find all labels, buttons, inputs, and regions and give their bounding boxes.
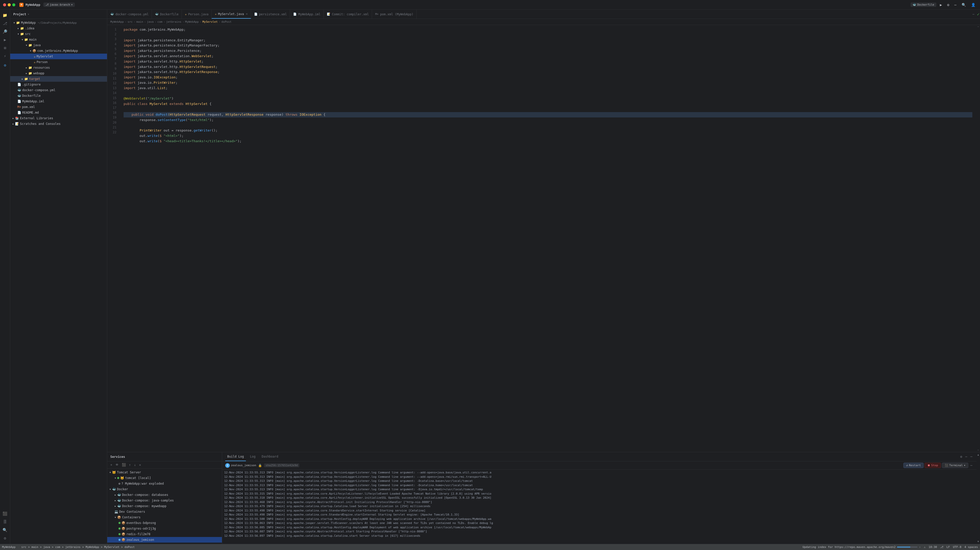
terminal-button[interactable]: ⬛ Terminal ▾ (942, 463, 969, 468)
svc-postgres[interactable]: 📦 postgres-odr2j3g (107, 526, 222, 531)
tree-item-idea[interactable]: ▸ 📁 .idea (10, 25, 107, 31)
sidebar-item-structure[interactable]: ⊞ (2, 45, 9, 52)
log-more-actions-icon[interactable]: ⋯ (969, 463, 974, 468)
svc-dev-containers[interactable]: 💻 Dev Containers (107, 509, 222, 515)
status-git[interactable]: ⎇ (940, 545, 943, 549)
maximize-button[interactable] (12, 3, 15, 6)
sidebar-item-terminal[interactable]: ⬛ (2, 510, 9, 517)
svc-eye-button[interactable]: 👁 (115, 463, 120, 467)
status-line-ending[interactable]: LF (947, 545, 950, 549)
svc-compose-mywebapp[interactable]: ▸ 🐳 Docker-compose: mywebapp (107, 503, 222, 509)
tree-item-myservlet[interactable]: ☕ MyServlet (10, 54, 107, 59)
svc-redis[interactable]: 📦 redis-fil2m78 (107, 531, 222, 537)
status-breadcrumb[interactable]: src > main > java > com > jetbrains > My… (21, 545, 135, 549)
svc-up-button[interactable]: ↑ (128, 463, 132, 467)
minimize-button[interactable] (8, 3, 11, 6)
tab-mywebapp-iml[interactable]: 📄 MyWebApp.iml (290, 10, 324, 19)
tab-more-button[interactable]: ⋯ (970, 10, 977, 19)
more-button[interactable]: ⋯ (953, 2, 958, 7)
tree-item-package[interactable]: ▾ 📦 com.jetbrains.MyWebApp (10, 48, 107, 54)
bc-myservlet[interactable]: MyServlet (202, 20, 218, 24)
gutter-down-icon[interactable]: ▼ (977, 540, 979, 543)
log-tab-log[interactable]: Log (248, 452, 258, 461)
svc-compose-java[interactable]: ▸ 🐳 Docker-compose: java-samples (107, 498, 222, 503)
tab-person[interactable]: ☕ Person.java (182, 10, 212, 19)
progress-cancel-icon[interactable]: ✕ (919, 545, 921, 549)
tab-persistence[interactable]: 📄 persistence.xml (251, 10, 290, 19)
search-button[interactable]: 🔍 (960, 2, 967, 7)
bc-dopost[interactable]: doPost (221, 20, 232, 24)
tree-item-readme[interactable]: 📄 README.md (10, 110, 107, 115)
sidebar-item-database[interactable]: 🗄 (2, 518, 9, 526)
bc-main[interactable]: main (136, 20, 143, 24)
close-button[interactable] (3, 3, 6, 6)
bc-src[interactable]: src (128, 20, 133, 24)
run-config-selector[interactable]: 🐳 Dockerfile (910, 3, 936, 7)
tab-myservlet[interactable]: ☕ MyServlet.java ✕ (212, 10, 251, 19)
sidebar-item-search-bottom[interactable]: 🔍 (2, 526, 9, 534)
sidebar-item-settings[interactable]: ⚙ (2, 535, 9, 542)
status-encoding[interactable]: UTF-8 (953, 545, 961, 549)
project-panel-chevron[interactable]: ▾ (28, 13, 29, 16)
log-more-icon[interactable]: ⋯ (964, 454, 968, 459)
sidebar-item-active[interactable]: ⊙ (2, 62, 9, 69)
tree-item-src[interactable]: ▾ 📁 src (10, 31, 107, 37)
code-editor[interactable]: package com.jetbrains.MyWebApp; import j… (119, 25, 977, 452)
stop-button[interactable]: ⏹ Stop (924, 463, 941, 468)
svc-docker[interactable]: ▾ 🐳 Docker (107, 486, 222, 492)
svc-add-button[interactable]: + (109, 463, 113, 467)
tree-item-pom[interactable]: M+ pom.xml (10, 104, 107, 110)
tree-item-gitignore[interactable]: 📄 .gitignore (10, 82, 107, 87)
tree-item-scratches[interactable]: ▸ 📝 Scratches and Consoles (10, 121, 107, 127)
svc-containers-group[interactable]: ▾ 📦 Containers (107, 515, 222, 520)
sidebar-item-run[interactable]: ▶ (2, 36, 9, 43)
tree-item-main[interactable]: ▾ 📁 main (10, 37, 107, 42)
bc-mywebapp2[interactable]: MyWebApp (185, 20, 199, 24)
log-minimize-icon[interactable]: ─ (969, 454, 974, 459)
tree-item-docker-compose[interactable]: 🐳 docker-compose.yml (10, 87, 107, 93)
svc-close-button[interactable]: ✕ (138, 463, 142, 467)
branch-selector[interactable]: ⎇ javax-branch ▾ (43, 3, 75, 7)
tab-dockerfile[interactable]: 🐳 Dockerfile (152, 10, 182, 19)
tree-item-resources[interactable]: ▸ 📁 resources (10, 65, 107, 70)
tree-item-external-libs[interactable]: ▸ 📚 External Libraries (10, 115, 107, 121)
log-settings-icon[interactable]: ⚙ (959, 454, 963, 459)
svc-tomcat-server[interactable]: ▾ 🐱 Tomcat Server (107, 470, 222, 475)
tree-item-webapp[interactable]: ▸ 📁 webapp (10, 70, 107, 76)
bc-com[interactable]: com (157, 20, 162, 24)
svc-run-button[interactable]: ⬛ (121, 463, 127, 467)
status-time[interactable]: 18:30 (929, 545, 937, 549)
debug-button[interactable]: ⚙ (945, 2, 951, 7)
svc-eventbus[interactable]: 📦 eventbus-bdpnsng (107, 520, 222, 526)
bc-mywebapp[interactable]: MyWebApp (110, 20, 124, 24)
svc-tomcat-local[interactable]: ▾ 🐱 tomcat [local] (107, 475, 222, 481)
restart-button[interactable]: ↺ Restart (904, 463, 924, 468)
status-project[interactable]: MyWebApp (2, 545, 16, 549)
bc-jetbrains[interactable]: jetbrains (166, 20, 181, 24)
svc-war-exploded[interactable]: ⚙ ? MyWebApp:war exploded (107, 481, 222, 486)
log-content[interactable]: 12-Nov-2024 11:33:55.313 INFO [main] org… (222, 470, 977, 544)
tab-docker-compose[interactable]: 🐳 docker-compose.yml (107, 10, 152, 19)
tab-close-myservlet[interactable]: ✕ (246, 12, 248, 16)
svc-compose-databases[interactable]: ▸ 🐳 Docker-compose: databases (107, 492, 222, 498)
log-tab-dashboard[interactable]: Dashboard (260, 452, 280, 461)
sidebar-item-plugins[interactable]: ⚡ (2, 52, 9, 60)
status-indent[interactable]: 4 spaces (964, 545, 978, 549)
tab-pom[interactable]: M+ pom.xml (MyWebApp) (372, 10, 417, 19)
tree-item-mywebapp-iml[interactable]: 📄 MyWebApp.iml (10, 99, 107, 104)
run-button[interactable]: ▶ (939, 2, 943, 7)
gutter-up-icon[interactable]: ▲ (977, 453, 979, 456)
svc-zealous-jemison[interactable]: 📦 zealous_jemison (107, 537, 222, 543)
status-warning[interactable]: ⚠ (924, 545, 926, 549)
tree-item-java[interactable]: ▾ 📁 java (10, 42, 107, 48)
tree-item-mywebapp[interactable]: ▾ 📁 MyWebApp ~/IdeaProjects/MyWebApp (10, 20, 107, 25)
profile-button[interactable]: 👤 (969, 2, 977, 7)
tree-item-dockerfile[interactable]: 🐳 Dockerfile (10, 93, 107, 99)
tree-item-target[interactable]: ▸ 📁 target (10, 76, 107, 82)
bc-java[interactable]: java (147, 20, 154, 24)
sidebar-item-find[interactable]: 🔎 (2, 28, 9, 35)
tree-item-person[interactable]: ☕ Person (10, 59, 107, 65)
log-tab-build-log[interactable]: Build Log (225, 452, 246, 461)
tab-commit[interactable]: 📝 Commit: compiler.xml (324, 10, 372, 19)
svc-down-button[interactable]: ↓ (133, 463, 137, 467)
